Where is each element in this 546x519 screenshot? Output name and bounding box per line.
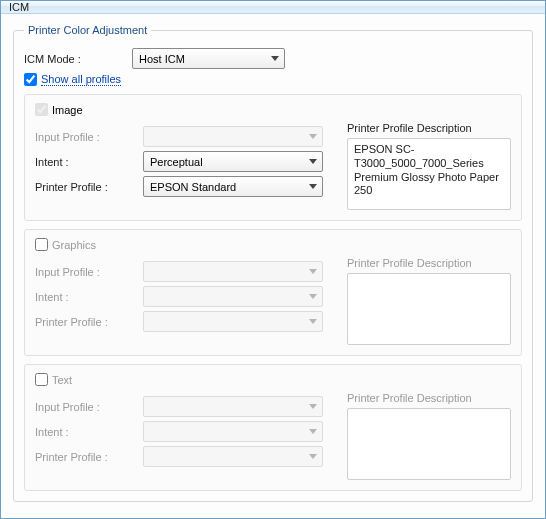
graphics-intent-wrap: [143, 286, 323, 307]
image-printer-profile-label: Printer Profile :: [35, 181, 143, 193]
group-legend: Printer Color Adjustment: [24, 24, 151, 36]
image-desc-l3: Premium Glossy Photo Paper: [354, 171, 504, 185]
graphics-printer-profile-select: [143, 311, 323, 332]
icm-mode-select[interactable]: Host ICM: [132, 48, 285, 69]
image-checkbox: [35, 103, 48, 116]
content-area: Printer Color Adjustment ICM Mode : Host…: [1, 14, 545, 510]
text-intent-label: Intent :: [35, 426, 143, 438]
image-desc-box: EPSON SC- T3000_5000_7000_Series Premium…: [347, 138, 511, 210]
text-printer-profile-select: [143, 446, 323, 467]
graphics-desc-title: Printer Profile Description: [347, 257, 511, 269]
image-printer-profile-select[interactable]: EPSON Standard: [143, 176, 323, 197]
text-desc-box: [347, 408, 511, 480]
text-intent-select: [143, 421, 323, 442]
show-all-profiles-checkbox[interactable]: [24, 73, 37, 86]
text-section-head: Text: [35, 373, 511, 386]
button-bar: OK Cancel Help: [1, 510, 545, 519]
color-adjustment-group: Printer Color Adjustment ICM Mode : Host…: [13, 24, 533, 502]
text-section: Text Input Profile : Intent :: [24, 364, 522, 491]
text-input-profile-label: Input Profile :: [35, 401, 143, 413]
image-printer-profile-wrap[interactable]: EPSON Standard: [143, 176, 323, 197]
text-checkbox[interactable]: [35, 373, 48, 386]
graphics-input-profile-select: [143, 261, 323, 282]
icm-mode-label: ICM Mode :: [24, 53, 132, 65]
graphics-title: Graphics: [52, 239, 96, 251]
show-all-profiles-label[interactable]: Show all profiles: [41, 73, 121, 86]
icm-mode-select-wrap[interactable]: Host ICM: [132, 48, 285, 69]
image-input-profile-label: Input Profile :: [35, 131, 143, 143]
icm-mode-row: ICM Mode : Host ICM: [24, 48, 522, 69]
image-section-head: Image: [35, 103, 511, 116]
graphics-input-profile-wrap: [143, 261, 323, 282]
graphics-intent-label: Intent :: [35, 291, 143, 303]
graphics-input-profile-label: Input Profile :: [35, 266, 143, 278]
graphics-section-head: Graphics: [35, 238, 511, 251]
titlebar: ICM: [1, 1, 545, 14]
window-title: ICM: [9, 1, 29, 13]
image-desc-title: Printer Profile Description: [347, 122, 511, 134]
image-intent-wrap[interactable]: Perceptual: [143, 151, 323, 172]
image-title: Image: [52, 104, 83, 116]
graphics-desc-box: [347, 273, 511, 345]
show-all-profiles-row: Show all profiles: [24, 73, 522, 86]
text-printer-profile-label: Printer Profile :: [35, 451, 143, 463]
text-input-profile-select: [143, 396, 323, 417]
graphics-printer-profile-label: Printer Profile :: [35, 316, 143, 328]
image-input-profile-select: [143, 126, 323, 147]
text-input-profile-wrap: [143, 396, 323, 417]
graphics-intent-select: [143, 286, 323, 307]
text-title: Text: [52, 374, 72, 386]
graphics-printer-profile-wrap: [143, 311, 323, 332]
image-section: Image Input Profile : Intent :: [24, 94, 522, 221]
text-printer-profile-wrap: [143, 446, 323, 467]
graphics-checkbox[interactable]: [35, 238, 48, 251]
image-intent-select[interactable]: Perceptual: [143, 151, 323, 172]
text-intent-wrap: [143, 421, 323, 442]
image-input-profile-wrap: [143, 126, 323, 147]
graphics-section: Graphics Input Profile : Intent :: [24, 229, 522, 356]
image-desc-l2: T3000_5000_7000_Series: [354, 157, 504, 171]
text-desc-title: Printer Profile Description: [347, 392, 511, 404]
image-intent-label: Intent :: [35, 156, 143, 168]
image-desc-l4: 250: [354, 184, 504, 198]
image-desc-l1: EPSON SC-: [354, 143, 504, 157]
